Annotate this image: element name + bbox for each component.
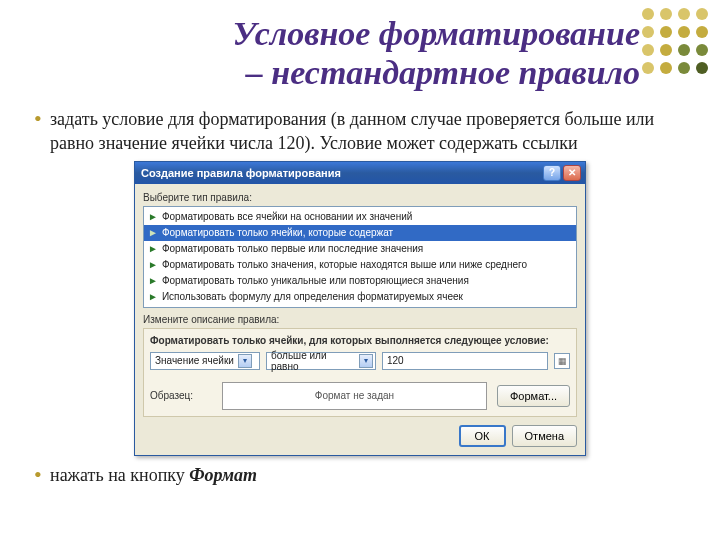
ok-button-label: ОК: [475, 430, 490, 442]
decorative-dot: [660, 26, 672, 38]
dialog-titlebar[interactable]: Создание правила форматирования ? ✕: [135, 162, 585, 184]
rule-type-option[interactable]: ►Форматировать только значения, которые …: [144, 257, 576, 273]
help-icon[interactable]: ?: [543, 165, 561, 181]
cancel-button-label: Отмена: [525, 430, 564, 442]
new-formatting-rule-dialog: Создание правила форматирования ? ✕ Выбе…: [134, 161, 586, 456]
decorative-dot: [696, 44, 708, 56]
condition-subject-select[interactable]: Значение ячейки ▾: [150, 352, 260, 370]
rule-type-option[interactable]: ►Форматировать только первые или последн…: [144, 241, 576, 257]
arrow-right-icon: ►: [148, 228, 158, 238]
bullet-1-text: задать условие для форматирования (в дан…: [50, 109, 654, 152]
dialog-title: Создание правила форматирования: [139, 167, 541, 179]
condition-operator-value: больше или равно: [271, 350, 355, 372]
condition-operator-select[interactable]: больше или равно ▾: [266, 352, 376, 370]
decorative-dot: [642, 62, 654, 74]
rule-type-option-label: Форматировать только уникальные или повт…: [162, 275, 469, 286]
arrow-right-icon: ►: [148, 260, 158, 270]
sample-label: Образец:: [150, 390, 212, 401]
condition-value-text: 120: [387, 355, 404, 366]
decorative-dot: [696, 8, 708, 20]
chevron-down-icon: ▾: [238, 354, 252, 368]
decorative-dot: [696, 62, 708, 74]
slide-title: Условное форматирование – нестандартное …: [40, 14, 640, 92]
decorative-dot: [642, 26, 654, 38]
arrow-right-icon: ►: [148, 276, 158, 286]
decorative-dot: [642, 44, 654, 56]
bullet-2: нажать на кнопку Формат: [48, 464, 680, 487]
sample-preview: Формат не задан: [222, 382, 487, 410]
ok-button[interactable]: ОК: [459, 425, 506, 447]
rule-type-listbox[interactable]: ►Форматировать все ячейки на основании и…: [143, 206, 577, 308]
title-line-1: Условное форматирование: [233, 15, 640, 52]
decorative-dot: [642, 8, 654, 20]
rule-type-option-label: Использовать формулу для определения фор…: [162, 291, 463, 302]
rule-type-option-label: Форматировать только значения, которые н…: [162, 259, 527, 270]
close-icon[interactable]: ✕: [563, 165, 581, 181]
arrow-right-icon: ►: [148, 292, 158, 302]
rule-type-label: Выберите тип правила:: [143, 192, 577, 203]
rule-type-option[interactable]: ►Форматировать только ячейки, которые со…: [144, 225, 576, 241]
decorative-dot: [660, 8, 672, 20]
condition-value-input[interactable]: 120: [382, 352, 548, 370]
bullet-1: задать условие для форматирования (в дан…: [48, 108, 680, 155]
sample-preview-text: Формат не задан: [315, 390, 394, 401]
decorative-dot: [678, 26, 690, 38]
rule-type-option-label: Форматировать только первые или последни…: [162, 243, 423, 254]
decorative-dot: [678, 44, 690, 56]
title-line-2: – нестандартное правило: [246, 54, 640, 91]
rule-desc-panel-title: Форматировать только ячейки, для которых…: [150, 335, 570, 346]
decorative-dot-grid: [642, 8, 710, 76]
decorative-dot: [678, 62, 690, 74]
range-picker-icon[interactable]: ▦: [554, 353, 570, 369]
decorative-dot: [678, 8, 690, 20]
rule-type-option[interactable]: ►Использовать формулу для определения фо…: [144, 289, 576, 305]
bullet-2-em: Формат: [189, 465, 257, 485]
rule-type-option[interactable]: ►Форматировать только уникальные или пов…: [144, 273, 576, 289]
rule-type-option[interactable]: ►Форматировать все ячейки на основании и…: [144, 209, 576, 225]
decorative-dot: [696, 26, 708, 38]
decorative-dot: [660, 62, 672, 74]
decorative-dot: [660, 44, 672, 56]
arrow-right-icon: ►: [148, 212, 158, 222]
rule-desc-panel: Форматировать только ячейки, для которых…: [143, 328, 577, 417]
chevron-down-icon: ▾: [359, 354, 373, 368]
format-button-label: Формат...: [510, 390, 557, 402]
rule-type-option-label: Форматировать только ячейки, которые сод…: [162, 227, 393, 238]
condition-subject-value: Значение ячейки: [155, 355, 234, 366]
bullet-2-text: нажать на кнопку: [50, 465, 189, 485]
rule-type-option-label: Форматировать все ячейки на основании их…: [162, 211, 412, 222]
rule-desc-label: Измените описание правила:: [143, 314, 577, 325]
format-button[interactable]: Формат...: [497, 385, 570, 407]
cancel-button[interactable]: Отмена: [512, 425, 577, 447]
arrow-right-icon: ►: [148, 244, 158, 254]
